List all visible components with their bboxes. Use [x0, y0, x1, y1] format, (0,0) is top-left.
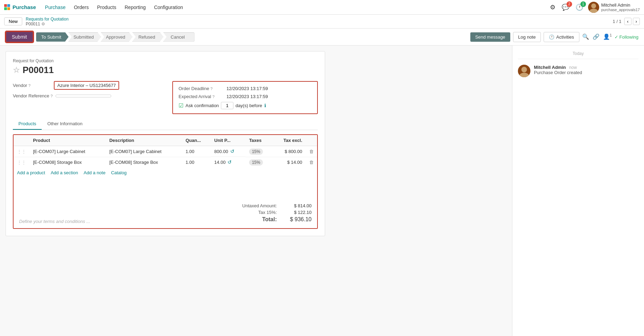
catalog-link[interactable]: Catalog	[111, 170, 127, 175]
star-icon[interactable]: ☆	[13, 66, 20, 75]
product-desc-2[interactable]: [E-COM08] Storage Box	[106, 157, 182, 167]
delete-icon-2[interactable]: 🗑	[309, 160, 314, 165]
drag-handle-icon[interactable]: ⋮⋮	[17, 160, 26, 165]
step-submitted[interactable]: Submitted	[68, 32, 101, 42]
user-info-block: Mitchell Admin purchase_approvals17	[601, 2, 640, 12]
vendor-ref-label: Vendor Reference ?	[13, 93, 53, 98]
expected-arrival-hint: ?	[213, 95, 215, 99]
nav-reporting[interactable]: Reporting	[121, 0, 150, 15]
app-logo: Purchase	[4, 4, 38, 10]
tax-value: $ 122.10	[284, 210, 312, 215]
delete-icon-1[interactable]: 🗑	[309, 149, 314, 154]
step-cancel[interactable]: Cancel	[163, 32, 195, 42]
chatter-author: Mitchell Admin	[534, 65, 566, 70]
user-name: Mitchell Admin	[601, 2, 640, 8]
vendor-hint: ?	[28, 83, 31, 88]
step-refused[interactable]: Refused	[132, 32, 164, 42]
pagination-label: 1 / 1	[613, 19, 621, 24]
form-tabs: Products Other Information	[13, 118, 318, 130]
svg-point-0	[591, 3, 596, 8]
col-unit-price: Unit P...	[211, 135, 246, 146]
breadcrumb-link[interactable]: Requests for Quotation	[26, 17, 68, 22]
nav-right: ⚙ 💬 2 🕐 1 Mitchell Admin purchase_approv…	[548, 2, 640, 13]
product-name-1[interactable]: [E-COM07] Large Cabinet	[30, 146, 106, 157]
tab-other-information[interactable]: Other Information	[42, 118, 88, 130]
top-navigation: Purchase Purchase Orders Products Report…	[0, 0, 644, 15]
order-deadline-value[interactable]: 12/20/2023 13:17:59	[226, 86, 268, 91]
product-taxexcl-2: $ 14.00	[273, 157, 306, 167]
chatter-time: now	[569, 65, 577, 70]
untaxed-value: $ 814.00	[284, 203, 312, 208]
add-links: Add a product Add a section Add a note C…	[14, 167, 317, 178]
activities-button[interactable]: 🕐 1	[574, 2, 585, 13]
follower-count: 1	[610, 33, 612, 37]
messages-badge: 2	[567, 1, 572, 7]
vendor-label: Vendor ?	[13, 83, 51, 88]
reset-icon-1[interactable]: ↺	[230, 149, 234, 154]
nav-purchase[interactable]: Purchase	[41, 0, 70, 15]
new-button[interactable]: New	[4, 17, 22, 25]
expected-arrival-field: Expected Arrival ? 12/20/2023 13:17:59	[179, 94, 312, 99]
product-qty-2[interactable]: 1.00	[182, 157, 211, 167]
follower-icon[interactable]: 👤1	[603, 33, 612, 40]
po-number: P00011	[23, 65, 54, 75]
record-gear-icon[interactable]: ⚙	[41, 22, 45, 26]
vendor-field: Vendor ? Azure Interior – US12345677	[13, 81, 158, 90]
table-wrap: Product Description Quan... Unit P... Ta…	[14, 135, 317, 167]
chatter-text: Purchase Order created	[534, 70, 638, 75]
tax-badge-2[interactable]: 15%	[249, 159, 263, 166]
nav-configuration[interactable]: Configuration	[150, 0, 187, 15]
terms-placeholder[interactable]: Define your terms and conditions ...	[19, 219, 90, 224]
table-row: ⋮⋮ [E-COM08] Storage Box [E-COM08] Stora…	[14, 157, 317, 167]
confirmation-days-input[interactable]	[221, 102, 233, 109]
tab-products[interactable]: Products	[13, 118, 42, 130]
expected-arrival-value[interactable]: 12/20/2023 13:17:59	[226, 94, 268, 99]
following-label: Following	[619, 34, 638, 40]
product-price-1: 800.00 ↺	[211, 146, 246, 157]
messages-button[interactable]: 💬 2	[560, 2, 571, 13]
vendor-ref-value[interactable]	[56, 95, 111, 97]
col-description: Description	[106, 135, 182, 146]
top-icons: 🔍 🔗 👤1	[582, 33, 612, 40]
second-bar: New Requests for Quotation P00011 ⚙ 1 / …	[0, 15, 644, 29]
nav-arrows: ‹ ›	[624, 18, 640, 25]
search-icon[interactable]: 🔍	[582, 33, 589, 40]
record-id: P00011 ⚙	[26, 22, 68, 26]
add-section-link[interactable]: Add a section	[51, 170, 78, 175]
col-taxes: Taxes	[246, 135, 272, 146]
log-note-button[interactable]: Log note	[513, 32, 541, 42]
svg-point-3	[519, 73, 529, 77]
following-button[interactable]: ✓ Following	[614, 34, 638, 40]
step-to-submit[interactable]: To Submit	[36, 32, 69, 42]
checkmark-icon: ✓	[614, 34, 618, 40]
next-button[interactable]: ›	[633, 18, 640, 25]
activities-label: Activities	[556, 34, 574, 40]
table-row: ⋮⋮ [E-COM07] Large Cabinet [E-COM07] Lar…	[14, 146, 317, 157]
settings-button[interactable]: ⚙	[548, 2, 557, 13]
add-note-link[interactable]: Add a note	[84, 170, 106, 175]
tax-badge-1[interactable]: 15%	[249, 149, 263, 155]
prev-button[interactable]: ‹	[624, 18, 631, 25]
reset-icon-2[interactable]: ↺	[228, 159, 232, 165]
nav-orders[interactable]: Orders	[70, 0, 93, 15]
activities-button-bar[interactable]: 🕐 Activities	[544, 32, 579, 42]
untaxed-label: Untaxed Amount:	[235, 203, 277, 208]
avatar	[588, 2, 599, 13]
product-desc-1[interactable]: [E-COM07] Large Cabinet	[106, 146, 182, 157]
vendor-value[interactable]: Azure Interior – US12345677	[54, 81, 119, 90]
activities-badge: 1	[580, 1, 586, 7]
send-message-button[interactable]: Send message	[470, 32, 510, 42]
nav-products[interactable]: Products	[93, 0, 121, 15]
link-icon[interactable]: 🔗	[593, 33, 600, 40]
add-product-link[interactable]: Add a product	[17, 170, 45, 175]
step-approved[interactable]: Approved	[101, 32, 133, 42]
confirm-checkbox[interactable]: ☑	[179, 102, 183, 109]
order-deadline-hint: ?	[210, 87, 213, 91]
submit-button[interactable]: Submit	[6, 31, 33, 42]
product-name-2[interactable]: [E-COM08] Storage Box	[30, 157, 106, 167]
action-bar: Submit To Submit Submitted Approved Refu…	[0, 29, 644, 46]
drag-handle-icon[interactable]: ⋮⋮	[17, 149, 26, 154]
product-qty-1[interactable]: 1.00	[182, 146, 211, 157]
tax-row: Tax 15%: $ 122.10	[235, 210, 312, 215]
user-menu[interactable]: Mitchell Admin purchase_approvals17	[588, 2, 640, 13]
